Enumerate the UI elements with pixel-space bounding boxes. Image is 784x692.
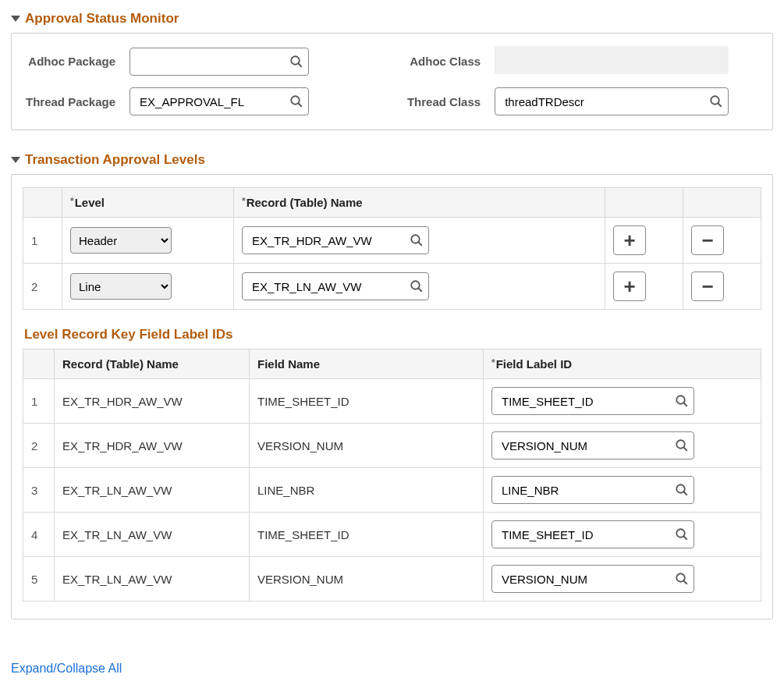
adhoc-class-label: Adhoc Class [407, 55, 481, 68]
field-labels-table: Record (Table) Name Field Name Field Lab… [23, 349, 761, 602]
field-cell: TIME_SHEET_ID [250, 513, 484, 557]
thread-class-input[interactable] [495, 87, 729, 115]
thread-package-field[interactable] [138, 94, 289, 109]
record-cell: EX_TR_HDR_AW_VW [55, 379, 250, 424]
search-icon[interactable] [675, 527, 689, 541]
chevron-down-icon[interactable] [11, 16, 20, 22]
level-select[interactable]: HeaderLine [70, 227, 172, 254]
table-row: 5EX_TR_LN_AW_VWVERSION_NUM [23, 557, 761, 602]
row-number: 1 [23, 218, 62, 264]
row-number: 2 [23, 424, 55, 468]
level-select[interactable]: HeaderLine [70, 273, 172, 300]
record-cell: EX_TR_LN_AW_VW [55, 557, 250, 602]
field-cell: VERSION_NUM [250, 557, 484, 602]
record-input[interactable] [242, 272, 429, 300]
search-icon[interactable] [675, 483, 689, 497]
svg-point-16 [676, 529, 685, 538]
svg-line-19 [683, 580, 687, 584]
adhoc-package-label: Adhoc Package [26, 55, 115, 68]
add-row-button[interactable] [613, 271, 646, 301]
svg-line-3 [298, 103, 302, 107]
transaction-approval-levels-section: Transaction Approval Levels Level Record… [11, 152, 773, 619]
col-add [605, 188, 683, 218]
search-icon[interactable] [675, 438, 689, 452]
svg-point-4 [711, 96, 719, 105]
svg-point-12 [676, 440, 685, 449]
thread-class-field[interactable] [503, 94, 709, 109]
approval-status-monitor-section: Approval Status Monitor Adhoc Package Ad… [11, 11, 773, 130]
col-label-id: Field Label ID [484, 350, 761, 379]
row-number: 5 [23, 557, 55, 602]
remove-row-button[interactable] [691, 225, 724, 255]
field-label-id-field[interactable] [500, 438, 675, 453]
svg-point-10 [676, 396, 685, 404]
svg-point-8 [411, 281, 420, 289]
section-header: Approval Status Monitor [11, 11, 773, 27]
row-number: 2 [23, 264, 62, 310]
field-label-id-input[interactable] [491, 520, 694, 548]
field-label-id-field[interactable] [500, 483, 675, 498]
record-input[interactable] [242, 226, 429, 254]
record-cell: EX_TR_LN_AW_VW [55, 468, 250, 513]
thread-package-input[interactable] [129, 87, 309, 115]
approval-status-box: Adhoc Package Adhoc Class Thread Package [11, 33, 773, 130]
field-cell: VERSION_NUM [250, 424, 484, 468]
table-header-row: Record (Table) Name Field Name Field Lab… [23, 350, 761, 379]
record-field[interactable] [250, 233, 410, 248]
field-label-id-field[interactable] [500, 394, 675, 409]
col-record: Record (Table) Name [234, 188, 605, 218]
table-row: 2EX_TR_HDR_AW_VWVERSION_NUM [23, 424, 761, 468]
row-number: 4 [23, 513, 55, 557]
svg-line-9 [418, 288, 422, 292]
col-rownum [23, 188, 62, 218]
table-row: 1EX_TR_HDR_AW_VWTIME_SHEET_ID [23, 379, 761, 424]
adhoc-class-field [495, 46, 729, 74]
adhoc-package-input[interactable] [129, 48, 309, 76]
svg-line-17 [683, 536, 687, 540]
table-row: 3EX_TR_LN_AW_VWLINE_NBR [23, 468, 761, 513]
col-level: Level [62, 188, 234, 218]
search-icon[interactable] [410, 279, 424, 293]
field-label-id-field[interactable] [500, 572, 675, 587]
svg-line-15 [683, 491, 687, 495]
expand-collapse-all-link[interactable]: Expand/Collapse All [11, 662, 122, 676]
table-row: 2HeaderLine [23, 264, 761, 310]
field-label-id-field[interactable] [500, 527, 675, 542]
col-field: Field Name [250, 350, 484, 379]
svg-line-5 [718, 103, 722, 107]
search-icon[interactable] [675, 394, 689, 408]
field-label-id-input[interactable] [491, 387, 694, 415]
search-icon[interactable] [709, 94, 723, 108]
add-row-button[interactable] [613, 225, 646, 255]
section-title: Approval Status Monitor [25, 11, 179, 27]
row-number: 3 [23, 468, 55, 513]
svg-line-11 [683, 403, 687, 406]
svg-point-14 [676, 484, 685, 493]
search-icon[interactable] [675, 572, 689, 586]
search-icon[interactable] [289, 94, 303, 108]
table-header-row: Level Record (Table) Name [23, 188, 761, 218]
chevron-down-icon[interactable] [11, 157, 20, 163]
svg-line-7 [418, 242, 422, 246]
field-label-id-input[interactable] [491, 431, 694, 460]
col-rownum [23, 350, 55, 379]
col-remove [683, 188, 761, 218]
table-row: 1HeaderLine [23, 218, 761, 264]
record-field[interactable] [250, 279, 410, 294]
field-labels-title: Level Record Key Field Label IDs [24, 327, 760, 342]
thread-package-label: Thread Package [26, 95, 115, 108]
remove-row-button[interactable] [691, 271, 724, 301]
svg-point-2 [291, 96, 300, 105]
field-label-id-input[interactable] [491, 476, 694, 504]
section-header: Transaction Approval Levels [11, 152, 773, 168]
field-label-id-input[interactable] [491, 565, 694, 593]
levels-table: Level Record (Table) Name 1HeaderLine2He… [23, 187, 761, 310]
section-title: Transaction Approval Levels [25, 152, 205, 168]
svg-point-6 [411, 235, 420, 243]
search-icon[interactable] [410, 233, 424, 247]
field-cell: LINE_NBR [250, 468, 484, 513]
txn-levels-box: Level Record (Table) Name 1HeaderLine2He… [11, 174, 773, 619]
svg-line-13 [683, 447, 687, 451]
adhoc-package-field[interactable] [138, 54, 289, 69]
search-icon[interactable] [289, 55, 303, 69]
